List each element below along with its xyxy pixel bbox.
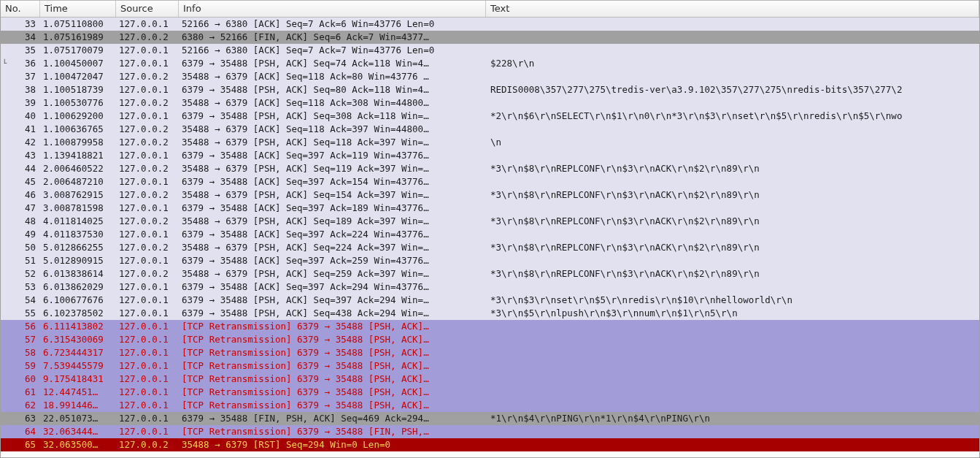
packet-row[interactable]: 515.012890915127.0.0.16379 → 35488 [ACK]… <box>1 254 979 267</box>
packet-text <box>486 44 979 57</box>
packet-row[interactable]: 494.011837530127.0.0.16379 → 35488 [ACK]… <box>1 228 979 241</box>
packet-info: 35488 → 6379 [PSH, ACK] Seq=154 Ack=397 … <box>179 188 486 202</box>
packet-source: 127.0.0.2 <box>116 123 179 136</box>
packet-row[interactable]: 381.100518739127.0.0.16379 → 35488 [PSH,… <box>1 83 979 96</box>
packet-no: 57 <box>1 333 40 346</box>
packet-row[interactable]: 609.175418431127.0.0.1[TCP Retransmissio… <box>1 373 979 386</box>
packet-row[interactable]: 452.006487210127.0.0.16379 → 35488 [ACK]… <box>1 175 979 188</box>
packet-text: *3\r\n$8\r\nREPLCONF\r\n$3\r\nACK\r\n$2\… <box>486 241 979 254</box>
packet-source: 127.0.0.2 <box>116 241 179 254</box>
packet-no: 61 <box>1 386 40 399</box>
packet-text <box>486 202 979 215</box>
packet-no: 38 <box>1 83 40 96</box>
packet-text <box>486 228 979 241</box>
packet-source: 127.0.0.1 <box>116 346 179 359</box>
packet-row[interactable]: 6218.991446…127.0.0.1[TCP Retransmission… <box>1 399 979 412</box>
packet-row[interactable]: 566.111413802127.0.0.1[TCP Retransmissio… <box>1 320 979 333</box>
packet-time: 3.008762915 <box>40 188 116 202</box>
packet-source: 127.0.0.1 <box>116 307 179 320</box>
packet-text: $228\r\n <box>486 57 979 70</box>
packet-row[interactable]: 331.075110800127.0.0.152166 → 6380 [ACK]… <box>1 18 979 31</box>
packet-row[interactable]: 371.100472047127.0.0.235488 → 6379 [ACK]… <box>1 70 979 83</box>
packet-time: 1.100530776 <box>40 96 116 110</box>
packet-source: 127.0.0.1 <box>116 57 179 70</box>
packet-row[interactable]: 6432.063444…127.0.0.1[TCP Retransmission… <box>1 425 979 438</box>
packet-info: [TCP Retransmission] 6379 → 35488 [PSH, … <box>179 346 486 359</box>
packet-no: 48 <box>1 215 40 228</box>
packet-no: 35 <box>1 44 40 57</box>
packet-time: 1.100450007 <box>40 57 116 70</box>
packet-text <box>486 359 979 373</box>
packet-info: 35488 → 6379 [PSH, ACK] Seq=259 Ack=397 … <box>179 267 486 280</box>
packet-info: 6379 → 35488 [ACK] Seq=397 Ack=119 Win=4… <box>179 149 486 162</box>
packet-time: 4.011837530 <box>40 228 116 241</box>
packet-source: 127.0.0.1 <box>116 333 179 346</box>
packet-row[interactable]: 351.075170079127.0.0.152166 → 6380 [ACK]… <box>1 44 979 57</box>
packet-row[interactable]: 463.008762915127.0.0.235488 → 6379 [PSH,… <box>1 188 979 202</box>
packet-row[interactable]: 6322.051073…127.0.0.16379 → 35488 [FIN, … <box>1 412 979 425</box>
packet-info: [TCP Retransmission] 6379 → 35488 [PSH, … <box>179 373 486 386</box>
packet-row[interactable]: 361.100450007127.0.0.16379 → 35488 [PSH,… <box>1 57 979 70</box>
packet-row[interactable]: 597.539445579127.0.0.1[TCP Retransmissio… <box>1 359 979 373</box>
packet-row[interactable]: 546.100677676127.0.0.16379 → 35488 [PSH,… <box>1 294 979 307</box>
packet-time: 1.100879958 <box>40 136 116 149</box>
packet-row[interactable]: 431.139418821127.0.0.16379 → 35488 [ACK]… <box>1 149 979 162</box>
packet-source: 127.0.0.1 <box>116 425 179 438</box>
packet-time: 32.063444… <box>40 425 116 438</box>
packet-time: 3.008781598 <box>40 202 116 215</box>
packet-row[interactable]: 6532.063500…127.0.0.235488 → 6379 [RST] … <box>1 438 979 451</box>
packet-info: [TCP Retransmission] 6379 → 35488 [PSH, … <box>179 359 486 373</box>
column-header-info[interactable]: Info <box>179 1 486 17</box>
packet-source: 127.0.0.1 <box>116 254 179 267</box>
tree-collapse-icon[interactable]: └ <box>1 59 8 67</box>
packet-no: 34 <box>1 31 40 44</box>
packet-row[interactable]: 401.100629200127.0.0.16379 → 35488 [PSH,… <box>1 110 979 123</box>
packet-row[interactable]: 6112.447451…127.0.0.1[TCP Retransmission… <box>1 386 979 399</box>
packet-row[interactable]: 576.315430069127.0.0.1[TCP Retransmissio… <box>1 333 979 346</box>
packet-row[interactable]: 484.011814025127.0.0.235488 → 6379 [PSH,… <box>1 215 979 228</box>
packet-time: 1.139418821 <box>40 149 116 162</box>
packet-time: 6.100677676 <box>40 294 116 307</box>
packet-text <box>486 425 979 438</box>
packet-no: 63 <box>1 412 40 425</box>
packet-no: 40 <box>1 110 40 123</box>
packet-time: 18.991446… <box>40 399 116 412</box>
packet-no: 44 <box>1 162 40 175</box>
packet-time: 6.013838614 <box>40 267 116 280</box>
packet-row[interactable]: 526.013838614127.0.0.235488 → 6379 [PSH,… <box>1 267 979 280</box>
packet-row[interactable]: 341.075161989127.0.0.26380 → 52166 [FIN,… <box>1 31 979 44</box>
packet-info: 52166 → 6380 [ACK] Seq=7 Ack=7 Win=43776… <box>179 44 486 57</box>
packet-info: [TCP Retransmission] 6379 → 35488 [PSH, … <box>179 333 486 346</box>
packet-row[interactable]: 442.006460522127.0.0.235488 → 6379 [PSH,… <box>1 162 979 175</box>
packet-text <box>486 333 979 346</box>
packet-info: 6379 → 35488 [PSH, ACK] Seq=74 Ack=118 W… <box>179 57 486 70</box>
column-header-no[interactable]: No. <box>1 1 40 17</box>
packet-source: 127.0.0.2 <box>116 188 179 202</box>
packet-time: 6.111413802 <box>40 320 116 333</box>
packet-info: 35488 → 6379 [PSH, ACK] Seq=224 Ack=397 … <box>179 241 486 254</box>
packet-row[interactable]: 536.013862029127.0.0.16379 → 35488 [ACK]… <box>1 280 979 294</box>
column-header-source[interactable]: Source <box>116 1 179 17</box>
packet-row[interactable]: 391.100530776127.0.0.235488 → 6379 [ACK]… <box>1 96 979 110</box>
packet-row[interactable]: 421.100879958127.0.0.235488 → 6379 [PSH,… <box>1 136 979 149</box>
packet-text <box>486 18 979 31</box>
packet-row[interactable]: 505.012866255127.0.0.235488 → 6379 [PSH,… <box>1 241 979 254</box>
packet-row[interactable]: 473.008781598127.0.0.16379 → 35488 [ACK]… <box>1 202 979 215</box>
packet-row[interactable]: 411.100636765127.0.0.235488 → 6379 [ACK]… <box>1 123 979 136</box>
packet-text: *1\r\n$4\r\nPING\r\n*1\r\n$4\r\nPING\r\n <box>486 412 979 425</box>
column-header-time[interactable]: Time <box>40 1 116 17</box>
packet-source: 127.0.0.1 <box>116 373 179 386</box>
packet-time: 6.013862029 <box>40 280 116 294</box>
packet-info: 6379 → 35488 [PSH, ACK] Seq=397 Ack=294 … <box>179 294 486 307</box>
packet-row[interactable]: 556.102378502127.0.0.16379 → 35488 [PSH,… <box>1 307 979 320</box>
packet-no: 47 <box>1 202 40 215</box>
packet-row[interactable]: 586.723444317127.0.0.1[TCP Retransmissio… <box>1 346 979 359</box>
column-header-text[interactable]: Text <box>486 1 979 17</box>
packet-time: 2.006460522 <box>40 162 116 175</box>
packet-source: 127.0.0.1 <box>116 294 179 307</box>
packet-source: 127.0.0.2 <box>116 31 179 44</box>
packet-text: *3\r\n$8\r\nREPLCONF\r\n$3\r\nACK\r\n$2\… <box>486 188 979 202</box>
packet-no: 42 <box>1 136 40 149</box>
packet-source: 127.0.0.2 <box>116 96 179 110</box>
packet-no: 51 <box>1 254 40 267</box>
